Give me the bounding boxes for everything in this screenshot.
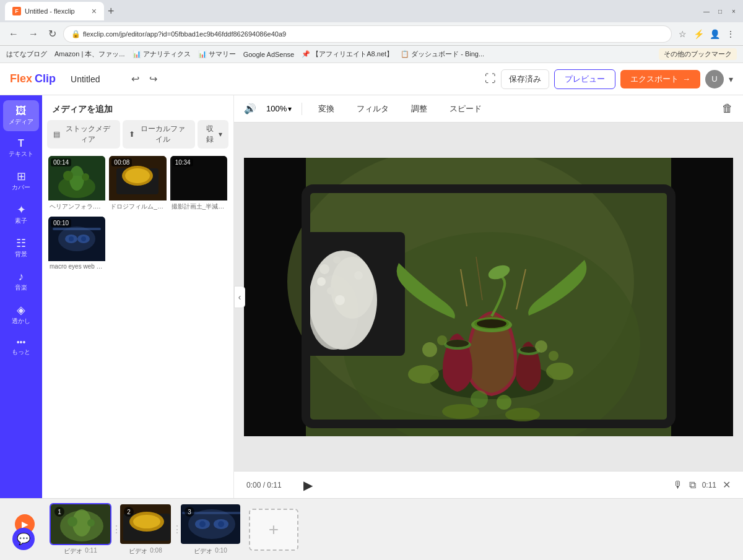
- bookmark-summary[interactable]: 📊 サマリー: [198, 50, 236, 59]
- profile-icon[interactable]: 👤: [708, 28, 721, 40]
- tab-favicon: F: [12, 7, 21, 15]
- tab-close-icon[interactable]: ×: [92, 7, 97, 15]
- save-button[interactable]: 保存済み: [501, 69, 549, 89]
- media-tabs: ▤ ストックメディア ⬆ ローカルファイル 収録 ▾: [42, 120, 233, 153]
- fullscreen-button[interactable]: ⛶: [485, 72, 496, 85]
- sidebar-item-media[interactable]: 🖼 メディア: [3, 100, 39, 131]
- pip-button[interactable]: ⧉: [689, 480, 696, 491]
- sidebar-item-cover[interactable]: ⊞ カバー: [3, 166, 39, 197]
- address-bar[interactable]: 🔒 flexclip.com/jp/editor/app?id=05fbbad1…: [64, 26, 671, 42]
- local-file-tab[interactable]: ⬆ ローカルファイル: [123, 120, 195, 149]
- upload-icon: ⬆: [129, 130, 135, 139]
- bookmark-more[interactable]: その他のブックマーク: [659, 48, 737, 60]
- media-badge-2: 00:08: [111, 158, 132, 166]
- transform-button[interactable]: 変換: [312, 101, 341, 117]
- media-item-1[interactable]: 00:14 ヘリアンフォラ.mp4: [48, 156, 105, 213]
- collapse-panel-button[interactable]: ‹: [234, 286, 245, 308]
- sidebar-label-background: 背景: [15, 250, 27, 259]
- redo-button[interactable]: ↪: [146, 72, 161, 86]
- editor-area: 🔊 100% ▾ 変換 フィルタ 調整 スピード 🗑 ‹: [234, 95, 743, 498]
- clip-number-2: 2: [124, 507, 134, 517]
- mic-button[interactable]: 🎙: [673, 480, 683, 491]
- svg-point-54: [505, 408, 540, 421]
- svg-point-30: [317, 277, 326, 286]
- undo-button[interactable]: ↩: [128, 72, 143, 86]
- sidebar-item-more[interactable]: ••• もっと: [3, 333, 39, 361]
- export-button[interactable]: エクスポート →: [620, 70, 700, 88]
- sidebar-label-music: 音楽: [15, 283, 27, 292]
- export-label: エクスポート: [630, 74, 679, 85]
- browser-tabs: F Untitled - flexclip × +: [5, 2, 118, 20]
- sidebar-item-background[interactable]: ☷ 背景: [3, 233, 39, 264]
- reload-button[interactable]: ↻: [46, 27, 59, 41]
- bookmark-adsense[interactable]: Google AdSense: [243, 51, 295, 58]
- stock-media-tab[interactable]: ▤ ストックメディア: [47, 120, 120, 149]
- chat-bubble-button[interactable]: 💬: [12, 528, 35, 550]
- media-item-2[interactable]: 00:08 ドロジフィルム_履.mov: [109, 156, 166, 213]
- media-icon: 🖼: [15, 105, 27, 116]
- preview-button[interactable]: プレビュー: [554, 69, 615, 89]
- timeline-clip-3[interactable]: 3 ビデオ 0:10: [180, 503, 241, 556]
- bookmark-amazon[interactable]: Amazon | 本、ファッ...: [54, 50, 125, 59]
- svg-point-47: [535, 340, 547, 353]
- app-logo: FlexClip: [10, 72, 56, 85]
- clip-label-2: ビデオ: [129, 547, 147, 556]
- media-grid: 00:14 ヘリアンフォラ.mp4 00:08 ドロジフィルム_履.m: [42, 153, 233, 274]
- clip-label-1: ビデオ: [64, 547, 82, 556]
- media-item-3[interactable]: 10:34 撮影計画土_半減期.mov: [170, 156, 227, 213]
- close-button[interactable]: ×: [729, 7, 738, 15]
- browser-tab-active[interactable]: F Untitled - flexclip ×: [5, 2, 104, 20]
- volume-icon[interactable]: 🔊: [244, 103, 256, 114]
- bookmark-bing[interactable]: 📋 ダッシュボード - Bing...: [401, 50, 484, 59]
- maximize-button[interactable]: □: [716, 7, 724, 15]
- more-icon: •••: [17, 338, 26, 347]
- svg-point-48: [549, 351, 558, 361]
- filter-button[interactable]: フィルタ: [350, 101, 395, 117]
- sidebar-label-more: もっと: [12, 348, 30, 356]
- svg-point-50: [497, 395, 511, 410]
- sidebar-item-music[interactable]: ♪ 音楽: [3, 266, 39, 297]
- media-item-4[interactable]: 00:10 macro eyes web surfer a...: [48, 217, 105, 272]
- minimize-button[interactable]: —: [702, 7, 711, 15]
- duration-text: 0:11: [702, 481, 716, 489]
- play-button[interactable]: ▶: [303, 478, 313, 493]
- speed-button[interactable]: スピード: [443, 101, 488, 117]
- logo-clip: Clip: [35, 72, 56, 85]
- svg-point-44: [520, 347, 537, 353]
- svg-point-27: [331, 257, 374, 319]
- capture-tab[interactable]: 収録 ▾: [198, 120, 228, 149]
- close-media-button[interactable]: ✕: [723, 479, 731, 491]
- forward-button[interactable]: →: [26, 27, 41, 41]
- video-toolbar: 🔊 100% ▾ 変換 フィルタ 調整 スピード 🗑: [234, 95, 743, 123]
- svg-point-42: [446, 340, 469, 347]
- adjust-button[interactable]: 調整: [405, 101, 433, 117]
- clip-divider-1: ⋮: [114, 509, 119, 551]
- user-avatar[interactable]: U: [705, 70, 724, 88]
- timeline-clip-1[interactable]: 1 ビデオ 0:11: [50, 503, 111, 556]
- add-clip-icon: +: [269, 520, 279, 540]
- sidebar-item-watermark[interactable]: ◈ 透かし: [3, 299, 39, 330]
- bookmark-analytics[interactable]: 📊 アナリティクス: [133, 50, 191, 59]
- project-title[interactable]: Untitled: [71, 74, 120, 84]
- timeline-clip-2[interactable]: 2 ビデオ 0:08: [119, 503, 172, 556]
- bookmark-affiliate[interactable]: 📌 【アフィリエイトA8.net】: [302, 50, 393, 59]
- music-icon: ♪: [19, 271, 24, 282]
- new-tab-button[interactable]: +: [104, 5, 118, 18]
- preview-area: ‹: [234, 123, 743, 471]
- app-container: FlexClip Untitled ↩ ↪ ⛶ 保存済み プレビュー エクスポー…: [0, 63, 743, 560]
- bookmark-hatenablog[interactable]: はてなブログ: [6, 50, 47, 59]
- media-label-1: ヘリアンフォラ.mp4: [48, 200, 105, 213]
- extension-icon[interactable]: ⚡: [692, 28, 705, 40]
- sidebar-item-elements[interactable]: ✦ 素子: [3, 199, 39, 230]
- svg-point-13: [69, 236, 74, 241]
- bookmark-star-icon[interactable]: ☆: [676, 28, 689, 40]
- more-options-icon[interactable]: ⋮: [724, 28, 737, 40]
- delete-clip-button[interactable]: 🗑: [722, 102, 733, 115]
- sidebar-item-text[interactable]: T テキスト: [3, 134, 39, 163]
- local-file-label: ローカルファイル: [137, 124, 189, 145]
- zoom-control[interactable]: 100% ▾: [266, 104, 292, 113]
- avatar-dropdown-icon[interactable]: ▾: [729, 74, 733, 84]
- back-button[interactable]: ←: [6, 27, 21, 41]
- add-clip-button[interactable]: +: [249, 509, 298, 551]
- svg-rect-19: [671, 158, 733, 436]
